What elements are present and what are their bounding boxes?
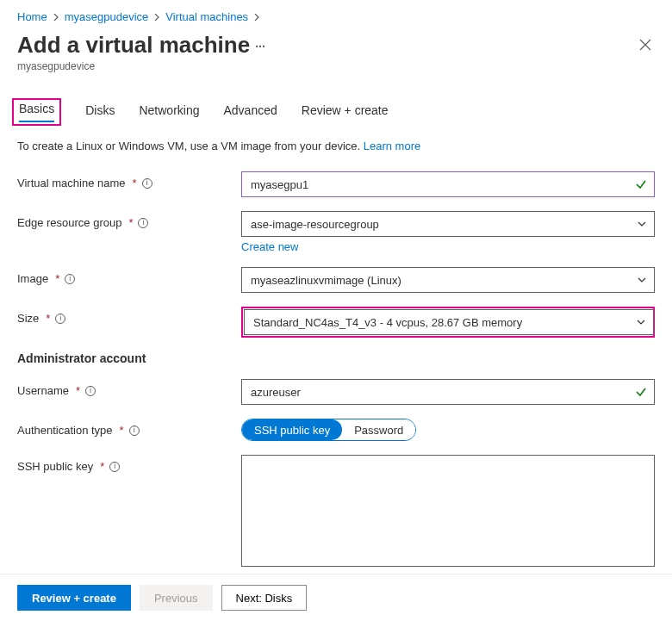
breadcrumb: Home myasegpudevice Virtual machines [17, 7, 655, 32]
page-subtitle: myasegpudevice [17, 60, 265, 72]
vm-name-input[interactable]: myasegpu1 [241, 171, 655, 197]
create-new-link[interactable]: Create new [241, 240, 298, 253]
tab-review[interactable]: Review + create [302, 98, 389, 126]
required-mark: * [128, 216, 133, 229]
auth-option-password[interactable]: Password [342, 419, 415, 440]
highlight-box: Basics [12, 98, 61, 126]
chevron-down-icon [637, 275, 647, 285]
breadcrumb-device[interactable]: myasegpudevice [65, 10, 149, 23]
required-mark: * [133, 177, 137, 189]
required-mark: * [120, 424, 124, 437]
highlight-box: Standard_NC4as_T4_v3 - 4 vcpus, 28.67 GB… [241, 307, 655, 338]
tab-disks[interactable]: Disks [85, 98, 115, 126]
image-label: Image [17, 272, 48, 285]
more-icon[interactable]: ··· [255, 40, 265, 53]
required-mark: * [46, 312, 50, 325]
breadcrumb-vms[interactable]: Virtual machines [165, 10, 248, 23]
tab-basics[interactable]: Basics [19, 96, 54, 124]
auth-type-label: Authentication type [17, 424, 113, 437]
size-select[interactable]: Standard_NC4as_T4_v3 - 4 vcpus, 28.67 GB… [244, 309, 654, 335]
info-icon[interactable]: i [65, 274, 75, 284]
resource-group-label: Edge resource group [17, 216, 121, 229]
tab-networking[interactable]: Networking [139, 98, 199, 126]
username-label: Username [17, 384, 69, 397]
ssh-key-input[interactable] [241, 455, 655, 567]
tab-advanced[interactable]: Advanced [224, 98, 277, 126]
size-label: Size [17, 312, 39, 325]
description: To create a Linux or Windows VM, use a V… [17, 140, 655, 152]
info-icon[interactable]: i [142, 178, 152, 189]
breadcrumb-home[interactable]: Home [17, 10, 47, 23]
next-button[interactable]: Next: Disks [221, 585, 308, 611]
vm-name-label: Virtual machine name [17, 177, 126, 189]
review-create-button[interactable]: Review + create [17, 585, 131, 611]
learn-more-link[interactable]: Learn more [364, 140, 420, 152]
footer: Review + create Previous Next: Disks [0, 574, 672, 621]
required-mark: * [76, 384, 80, 397]
image-select[interactable]: myaseazlinuxvmimage (Linux) [241, 267, 655, 293]
info-icon[interactable]: i [55, 314, 65, 324]
ssh-key-label: SSH public key [17, 460, 93, 473]
info-icon[interactable]: i [85, 386, 96, 396]
chevron-down-icon [637, 219, 647, 229]
username-input[interactable]: azureuser [241, 379, 655, 405]
info-icon[interactable]: i [129, 425, 140, 436]
admin-section-heading: Administrator account [17, 351, 655, 365]
close-icon[interactable] [639, 39, 651, 51]
chevron-right-icon [252, 12, 262, 22]
auth-type-toggle: SSH public key Password [241, 419, 416, 441]
info-icon[interactable]: i [138, 218, 148, 228]
checkmark-icon [635, 386, 647, 398]
required-mark: * [100, 460, 104, 473]
chevron-down-icon [636, 317, 646, 327]
chevron-right-icon [152, 12, 162, 22]
auth-option-ssh[interactable]: SSH public key [242, 419, 342, 440]
chevron-right-icon [51, 12, 61, 22]
page-title: Add a virtual machine··· [17, 32, 265, 59]
checkmark-icon [635, 178, 647, 190]
tabs: Basics Disks Networking Advanced Review … [17, 98, 655, 126]
resource-group-select[interactable]: ase-image-resourcegroup [241, 211, 655, 237]
info-icon[interactable]: i [109, 462, 120, 472]
previous-button: Previous [140, 585, 213, 611]
required-mark: * [55, 272, 59, 285]
